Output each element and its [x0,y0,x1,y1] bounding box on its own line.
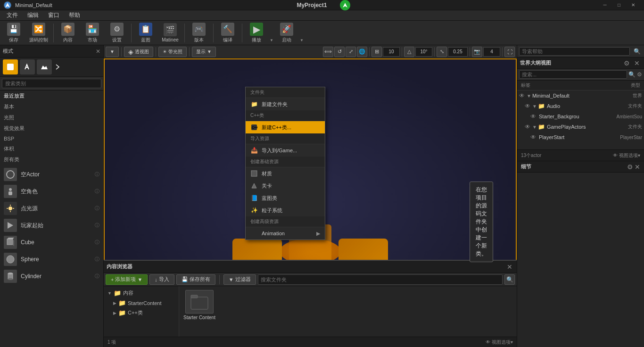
surface-snapping-btn[interactable]: ⊞ [372,47,382,57]
toolbar-marketplace[interactable]: 🏪 市场 [81,22,104,44]
rotate-tool[interactable]: ↺ [334,47,345,57]
ctx-particle-system[interactable]: ✨ 粒子系统 [246,204,325,216]
content-browser-close-btn[interactable]: ✕ [505,263,514,271]
place-item-empty-actor[interactable]: 空Actor ⓘ [1,166,102,183]
sphere-info-btn[interactable]: ⓘ [95,256,99,263]
tree-item-playerstart[interactable]: 👁 PlayerStart PlayerStar [517,132,644,142]
place-item-cube[interactable]: Cube ⓘ [1,234,102,251]
eye-world[interactable]: 👁 [519,92,525,99]
filter-btn[interactable]: ▼ 过滤器 [223,274,256,285]
maximize-btn[interactable]: ⛶ [504,47,515,57]
toolbar-settings[interactable]: ⚙ 设置 [105,22,129,44]
toolbar-source-control[interactable]: 🔀 源码控制 [26,22,51,44]
angle-snap-input[interactable] [415,47,432,57]
ctx-new-cpp[interactable]: C++ 新建C++类... [246,121,325,133]
place-item-point-light[interactable]: 点光源 ⓘ [1,200,102,217]
lit-btn[interactable]: ☀ 带光照 [158,47,187,57]
top-search-btn[interactable]: 🔍 [632,47,642,56]
cb-search-input[interactable] [258,274,503,285]
perspective-btn[interactable]: ◈ 透视图 [124,47,153,57]
ctx-material[interactable]: 材质 [246,167,325,180]
ctx-new-folder[interactable]: 📁 新建文件夹 [246,98,325,110]
place-item-player-start[interactable]: 玩家起始 ⓘ [1,217,102,234]
scale-tool[interactable]: ⤢ [346,47,356,57]
mode-expand-btn[interactable] [54,59,61,74]
tab-volume[interactable]: 体积 [0,143,103,154]
ctx-level[interactable]: 关卡 [246,180,325,192]
world-search-input[interactable] [519,70,627,79]
ctx-import-to-game[interactable]: 📥 导入到/Game... [246,144,325,157]
menu-window[interactable]: 窗口 [43,10,64,21]
toolbar-compile[interactable]: 🔨 编译 [216,22,239,44]
ctx-animation[interactable]: Animation ▶ [246,227,325,240]
camera-speed-btn[interactable]: 📷 [472,47,482,57]
cylinder-info-btn[interactable]: ⓘ [95,273,99,280]
tree-item-audio[interactable]: 👁 ▼ 📁 Audio 文件夹 [517,101,644,111]
scale-snap-btn[interactable]: ⤡ [437,47,447,57]
tree-item-ambient[interactable]: 👁 Starter_Backgrou AmbientSou [517,111,644,122]
world-search-icon[interactable]: 🔍 [628,71,636,78]
details-settings-btn[interactable]: ⚙ [627,163,633,171]
outliner-view-options-btn[interactable]: 👁 视图选项▾ [613,152,640,159]
grid-size-input[interactable] [383,47,400,57]
paint-mode-btn[interactable] [20,59,35,74]
world-local-toggle[interactable]: 🌐 [357,47,367,57]
cube-info-btn[interactable]: ⓘ [95,239,99,246]
eye-ambient[interactable]: 👁 [530,113,536,120]
show-btn[interactable]: 显示 ▼ [192,47,216,57]
outliner-close-btn[interactable]: ✕ [633,59,641,67]
tree-item-world[interactable]: 👁 ▼ Minimal_Default 世界 [517,91,644,101]
add-new-btn[interactable]: + 添加新项 ▼ [106,274,148,285]
tab-visual-effects[interactable]: 视觉效果 [0,123,103,134]
angle-snap-btn[interactable]: △ [404,47,414,57]
toolbar-play[interactable]: ▶ 播放 [245,22,268,44]
tab-bsp[interactable]: BSP [0,134,103,143]
cb-tree-content[interactable]: ▼ 📁 内容 [106,288,177,298]
asset-starter-content[interactable]: Starter Content [183,290,216,320]
eye-playerstart[interactable]: 👁 [530,134,536,140]
details-close-btn[interactable]: ✕ [635,163,640,171]
toolbar-version[interactable]: 🎮 版本 [187,22,211,44]
toolbar-save[interactable]: 💾 保存 [2,22,25,44]
toolbar-blueprint[interactable]: 📋 蓝图 [134,22,157,44]
top-search-input[interactable] [519,47,630,56]
tab-all[interactable]: 所有类 [0,154,103,165]
search-category-input[interactable] [2,79,101,88]
modes-close-btn[interactable]: ✕ [96,48,100,55]
outliner-settings-btn[interactable]: ⚙ [622,59,631,67]
translate-tool[interactable]: ⟺ [323,47,333,57]
launch-dropdown-arrow[interactable]: ▼ [299,22,304,44]
cb-search-btn[interactable]: 🔍 [504,274,515,285]
place-item-empty-character[interactable]: 空角色 ⓘ [1,183,102,200]
empty-character-info-btn[interactable]: ⓘ [95,188,99,195]
maximize-button[interactable]: □ [612,0,626,10]
cb-tree-cpp-classes[interactable]: ▶ 📁 C++类 [106,308,177,318]
tab-lighting[interactable]: 光照 [0,112,103,123]
camera-speed-input[interactable] [483,47,500,57]
tab-recent[interactable]: 最近放置 [0,91,103,101]
place-item-sphere[interactable]: Sphere ⓘ [1,251,102,268]
place-item-cylinder[interactable]: Cylinder ⓘ [1,268,102,285]
empty-actor-info-btn[interactable]: ⓘ [95,171,99,178]
cb-view-options-btn[interactable]: 👁 视图选项▾ [486,339,513,346]
tab-basic[interactable]: 基本 [0,101,103,112]
menu-edit[interactable]: 编辑 [23,10,43,21]
scale-snap-input[interactable] [448,47,468,57]
play-dropdown-arrow[interactable]: ▼ [269,22,274,44]
eye-gameplay[interactable]: 👁 [525,124,530,130]
landscape-mode-btn[interactable] [37,59,52,74]
view-options-gear[interactable]: ⚙ [637,71,642,78]
toolbar-launch[interactable]: 🚀 启动 [275,22,298,44]
save-all-btn[interactable]: 💾 保存所有 [176,274,215,285]
eye-audio[interactable]: 👁 [525,103,530,109]
minimize-button[interactable]: ─ [598,0,612,10]
menu-help[interactable]: 帮助 [64,10,85,21]
viewport-menu-btn[interactable]: ▼ [106,47,119,57]
menu-file[interactable]: 文件 [2,10,23,21]
place-mode-btn[interactable] [3,59,18,74]
ctx-blueprint-class[interactable]: 📘 蓝图类 [246,192,325,204]
toolbar-matinee[interactable]: 🎬 Matinee [158,22,182,44]
import-btn[interactable]: ↓ 导入 [149,274,174,285]
tree-item-gameplay[interactable]: 👁 ▼ 📁 GamePlayActors 文件夹 [517,122,644,132]
close-button[interactable]: ✕ [626,0,640,10]
